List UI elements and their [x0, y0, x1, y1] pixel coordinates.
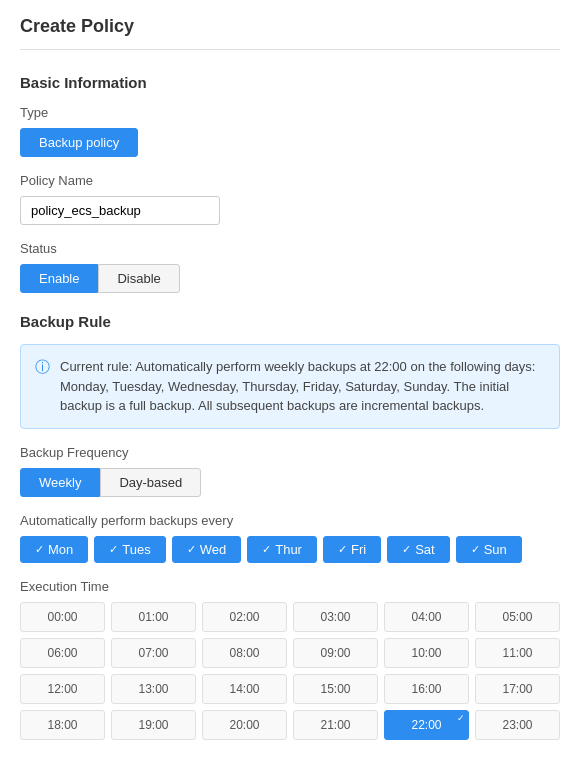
days-row: ✓ Mon✓ Tues✓ Wed✓ Thur✓ Fri✓ Sat✓ Sun	[20, 536, 560, 563]
backup-rule-info-box: ⓘ Current rule: Automatically perform we…	[20, 344, 560, 429]
time-cell-1200[interactable]: 12:00	[20, 674, 105, 704]
policy-name-input[interactable]	[20, 196, 220, 225]
time-cell-0800[interactable]: 08:00	[202, 638, 287, 668]
day-button-mon[interactable]: ✓ Mon	[20, 536, 88, 563]
page-title: Create Policy	[20, 16, 560, 50]
time-cell-0900[interactable]: 09:00	[293, 638, 378, 668]
time-cell-1500[interactable]: 15:00	[293, 674, 378, 704]
time-cell-0000[interactable]: 00:00	[20, 602, 105, 632]
time-cell-1700[interactable]: 17:00	[475, 674, 560, 704]
time-cell-2300[interactable]: 23:00	[475, 710, 560, 740]
backup-rule-title: Backup Rule	[20, 313, 560, 330]
time-cell-0700[interactable]: 07:00	[111, 638, 196, 668]
time-cell-0400[interactable]: 04:00	[384, 602, 469, 632]
day-checkmark: ✓	[338, 543, 347, 556]
day-button-sun[interactable]: ✓ Sun	[456, 536, 522, 563]
time-cell-1300[interactable]: 13:00	[111, 674, 196, 704]
day-based-button[interactable]: Day-based	[100, 468, 201, 497]
day-checkmark: ✓	[262, 543, 271, 556]
time-cell-0200[interactable]: 02:00	[202, 602, 287, 632]
day-button-tues[interactable]: ✓ Tues	[94, 536, 165, 563]
basic-info-title: Basic Information	[20, 74, 560, 91]
time-cell-0100[interactable]: 01:00	[111, 602, 196, 632]
time-cell-2200[interactable]: 22:00	[384, 710, 469, 740]
time-cell-1400[interactable]: 14:00	[202, 674, 287, 704]
time-cell-0300[interactable]: 03:00	[293, 602, 378, 632]
time-grid: 00:0001:0002:0003:0004:0005:0006:0007:00…	[20, 602, 560, 740]
day-button-thur[interactable]: ✓ Thur	[247, 536, 317, 563]
day-button-wed[interactable]: ✓ Wed	[172, 536, 242, 563]
day-checkmark: ✓	[402, 543, 411, 556]
backup-policy-button[interactable]: Backup policy	[20, 128, 138, 157]
day-checkmark: ✓	[35, 543, 44, 556]
time-cell-0500[interactable]: 05:00	[475, 602, 560, 632]
time-cell-0600[interactable]: 06:00	[20, 638, 105, 668]
disable-button[interactable]: Disable	[98, 264, 179, 293]
time-cell-1900[interactable]: 19:00	[111, 710, 196, 740]
execution-time-label: Execution Time	[20, 579, 560, 594]
policy-name-label: Policy Name	[20, 173, 560, 188]
day-button-fri[interactable]: ✓ Fri	[323, 536, 381, 563]
day-checkmark: ✓	[187, 543, 196, 556]
time-cell-2100[interactable]: 21:00	[293, 710, 378, 740]
frequency-label: Backup Frequency	[20, 445, 560, 460]
frequency-section: Backup Frequency Weekly Day-based	[20, 445, 560, 497]
enable-button[interactable]: Enable	[20, 264, 98, 293]
auto-backup-label: Automatically perform backups every	[20, 513, 560, 528]
time-cell-1600[interactable]: 16:00	[384, 674, 469, 704]
day-checkmark: ✓	[109, 543, 118, 556]
type-label: Type	[20, 105, 560, 120]
backup-rule-info-text: Current rule: Automatically perform week…	[60, 357, 545, 416]
day-checkmark: ✓	[471, 543, 480, 556]
time-cell-1000[interactable]: 10:00	[384, 638, 469, 668]
time-cell-2000[interactable]: 20:00	[202, 710, 287, 740]
info-icon: ⓘ	[35, 358, 50, 377]
time-cell-1800[interactable]: 18:00	[20, 710, 105, 740]
status-label: Status	[20, 241, 560, 256]
basic-info-section: Basic Information Type Backup policy Pol…	[20, 74, 560, 293]
day-button-sat[interactable]: ✓ Sat	[387, 536, 450, 563]
time-cell-1100[interactable]: 11:00	[475, 638, 560, 668]
backup-rule-section: Backup Rule ⓘ Current rule: Automaticall…	[20, 313, 560, 740]
weekly-button[interactable]: Weekly	[20, 468, 100, 497]
